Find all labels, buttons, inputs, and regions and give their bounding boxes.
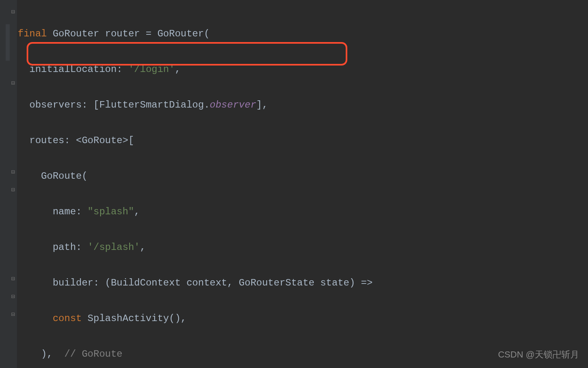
param: observers [29,99,82,110]
fold-icon[interactable]: ⊟ [10,170,16,176]
string: "splash" [88,206,134,217]
code-editor[interactable]: ⊟ ⊟ ⊟ ⊟ ⊟ ⊟ ⊟ final GoRouter router = Go… [0,0,588,368]
watermark: CSDN @天锁卍斩月 [498,349,579,361]
code-line[interactable]: GoRoute( [18,167,373,185]
param: builder [52,277,93,288]
comment: // GoRoute [64,349,122,360]
fold-icon[interactable]: ⊟ [10,81,16,87]
code-content[interactable]: final GoRouter router = GoRouter( initia… [18,7,373,368]
param: routes [29,135,64,146]
param: initialLocation [29,64,117,75]
gutter: ⊟ ⊟ ⊟ ⊟ ⊟ ⊟ ⊟ [0,0,17,368]
type: GoRoute [82,135,122,146]
param: name [52,206,76,217]
code-line[interactable]: name: "splash", [18,203,373,221]
string: '/splash' [88,242,140,253]
code-line[interactable]: const SplashActivity(), [18,310,373,328]
fold-icon[interactable]: ⊟ [10,312,16,318]
type: GoRouterState [239,277,314,288]
type: GoRouter [158,28,204,39]
param: path [52,242,76,253]
keyword: final [18,28,47,39]
keyword: const [52,313,82,324]
code-line[interactable]: path: '/splash', [18,239,373,256]
fold-icon[interactable]: ⊟ [10,294,16,300]
string: '/login' [128,64,175,75]
code-line[interactable]: routes: <GoRoute>[ [18,132,373,150]
code-line[interactable]: builder: (BuildContext context, GoRouter… [18,274,373,292]
type: BuildContext [111,277,181,288]
static-member: observer [210,99,256,110]
type: FlutterSmartDialog [99,99,204,110]
type: GoRouter [52,28,99,39]
code-line[interactable]: final GoRouter router = GoRouter( [18,25,373,43]
code-line[interactable]: observers: [FlutterSmartDialog.observer]… [18,96,373,114]
code-line[interactable]: initialLocation: '/login', [18,61,373,78]
fold-icon[interactable]: ⊟ [10,188,16,193]
fold-icon[interactable]: ⊟ [10,277,16,282]
type: SplashActivity [88,313,169,324]
selection-stripe [6,24,10,61]
fold-icon[interactable]: ⊟ [10,10,16,15]
type: GoRoute [41,171,82,182]
code-line[interactable]: ), // GoRoute [18,345,373,363]
